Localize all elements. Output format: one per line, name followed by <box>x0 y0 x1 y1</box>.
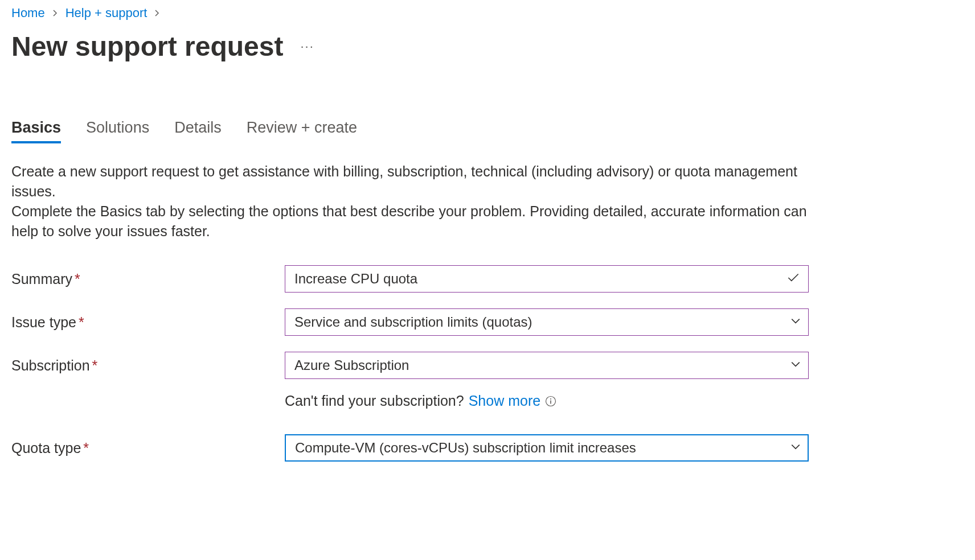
form-row-issue-type: Issue type* Service and subscription lim… <box>11 308 964 336</box>
form-row-subscription: Subscription* Azure Subscription <box>11 352 964 379</box>
breadcrumb-home[interactable]: Home <box>11 6 45 20</box>
summary-label: Summary* <box>11 271 285 287</box>
page-title: New support request <box>11 31 283 62</box>
summary-input[interactable]: Increase CPU quota <box>285 265 809 293</box>
description-line1: Create a new support request to get assi… <box>11 163 797 199</box>
quota-type-select[interactable]: Compute-VM (cores-vCPUs) subscription li… <box>285 434 809 462</box>
chevron-right-icon <box>154 7 161 19</box>
tab-review-create[interactable]: Review + create <box>247 119 357 143</box>
required-indicator: * <box>92 357 98 373</box>
tab-basics[interactable]: Basics <box>11 119 61 143</box>
helper-text: Can't find your subscription? <box>285 393 464 409</box>
subscription-helper: Can't find your subscription? Show more <box>285 393 964 409</box>
info-icon[interactable] <box>545 396 556 407</box>
show-more-link[interactable]: Show more <box>469 393 540 409</box>
page-title-row: New support request ··· <box>11 31 964 62</box>
tab-solutions[interactable]: Solutions <box>86 119 149 143</box>
tab-details[interactable]: Details <box>174 119 222 143</box>
subscription-select[interactable]: Azure Subscription <box>285 352 809 379</box>
form-row-summary: Summary* Increase CPU quota <box>11 265 964 293</box>
subscription-label: Subscription* <box>11 357 285 374</box>
quota-type-label: Quota type* <box>11 440 285 456</box>
issue-type-label: Issue type* <box>11 314 285 331</box>
svg-point-1 <box>550 398 551 400</box>
svg-rect-2 <box>550 400 551 403</box>
breadcrumb: Home Help + support <box>11 6 964 20</box>
form-row-quota-type: Quota type* Compute-VM (cores-vCPUs) sub… <box>11 434 964 462</box>
chevron-right-icon <box>52 7 59 19</box>
required-indicator: * <box>75 271 80 287</box>
required-indicator: * <box>79 314 84 330</box>
required-indicator: * <box>83 440 89 456</box>
breadcrumb-help-support[interactable]: Help + support <box>65 6 148 20</box>
description-line2: Complete the Basics tab by selecting the… <box>11 203 807 239</box>
tabs: Basics Solutions Details Review + create <box>11 119 964 143</box>
tab-description: Create a new support request to get assi… <box>11 162 820 241</box>
more-actions-icon[interactable]: ··· <box>300 39 314 54</box>
issue-type-select[interactable]: Service and subscription limits (quotas) <box>285 308 809 336</box>
